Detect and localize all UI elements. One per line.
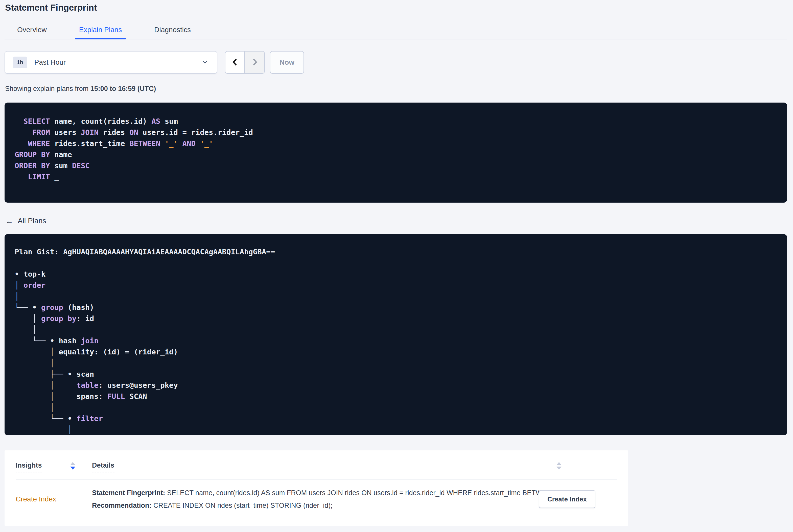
time-pager [225, 51, 265, 74]
code-line: └── • hash join [15, 335, 777, 346]
code-line: └── • group (hash) [15, 302, 777, 313]
create-index-button[interactable]: Create Index [539, 490, 596, 508]
code-line: └── • filter [15, 413, 777, 424]
code-line: │ order [15, 280, 777, 291]
code-line: ORDER BY sum DESC [15, 160, 777, 171]
column-header-insights: Insights [16, 461, 75, 472]
insight-type-label: Create Index [16, 495, 56, 503]
time-controls: 1h Past Hour Now [4, 51, 793, 74]
recommendation-text: CREATE INDEX ON rides (start_time) STORI… [152, 502, 333, 509]
time-range-dropdown[interactable]: 1h Past Hour [4, 51, 217, 74]
insight-type-cell: Create Index [16, 479, 75, 519]
code-line: SELECT name, count(rides.id) AS sum [15, 116, 777, 127]
statement-fingerprint-line: Statement Fingerprint: SELECT name, coun… [92, 489, 562, 497]
all-plans-label: All Plans [18, 217, 46, 225]
time-range-caption: Showing explain plans from 15:00 to 16:5… [5, 85, 793, 93]
page-title: Statement Fingerprint [0, 0, 793, 13]
code-line: Plan Gist: AgHUAQIABQAAAAHYAQIAiAEAAAADC… [15, 246, 777, 258]
prev-time-button[interactable] [225, 52, 245, 73]
recommendation-line: Recommendation: CREATE INDEX ON rides (s… [92, 501, 562, 510]
code-line: WHERE rides.start_time BETWEEN '_' AND '… [15, 138, 777, 149]
code-line: ├── • scan [15, 368, 777, 380]
code-line [15, 258, 777, 268]
tab-diagnostics-label: Diagnostics [154, 26, 191, 34]
statement-fingerprint-page: Statement Fingerprint Overview Explain P… [0, 0, 793, 532]
code-line: │ [15, 291, 777, 302]
tab-overview-label: Overview [17, 26, 47, 34]
code-line: GROUP BY name [15, 149, 777, 160]
code-line: │ [15, 324, 777, 335]
time-range-badge: 1h [13, 57, 27, 68]
statement-fingerprint-text: SELECT name, count(rides.id) AS sum FROM… [165, 489, 562, 497]
column-header-details: Details [92, 461, 562, 472]
sort-icon-insights[interactable] [70, 462, 75, 470]
recommendation-label: Recommendation: [92, 502, 152, 509]
active-tab-underline [75, 38, 126, 39]
code-line: │ [15, 402, 777, 413]
insights-table: Insights Details Create Index Statement … [4, 451, 628, 526]
chevron-down-icon [201, 58, 209, 67]
insights-table-header: Insights Details [16, 451, 617, 472]
chevron-right-icon [250, 57, 260, 68]
code-line: │ equality: (id) = (rider_id) [15, 346, 777, 358]
code-line: │ [15, 424, 777, 435]
statement-fingerprint-label: Statement Fingerprint: [92, 489, 165, 497]
code-line: LIMIT _ [15, 171, 777, 183]
tab-explain-plans[interactable]: Explain Plans [75, 22, 126, 39]
plan-gist-block: Plan Gist: AgHUAQIABQAAAAHYAQIAiAEAAAADC… [4, 234, 787, 435]
all-plans-link[interactable]: ← All Plans [5, 217, 46, 225]
now-button[interactable]: Now [270, 51, 304, 74]
tab-bar: Overview Explain Plans Diagnostics [4, 22, 787, 39]
next-time-button[interactable] [245, 52, 264, 73]
tab-overview[interactable]: Overview [13, 22, 51, 39]
chevron-left-icon [230, 57, 240, 68]
sort-icon-details[interactable] [556, 462, 562, 470]
tab-diagnostics[interactable]: Diagnostics [150, 22, 195, 39]
code-line: FROM users JOIN rides ON users.id = ride… [15, 127, 777, 138]
sql-statement-block: SELECT name, count(rides.id) AS sum FROM… [4, 102, 787, 203]
code-line: │ table: users@users_pkey [15, 380, 777, 391]
code-line: │ spans: FULL SCAN [15, 391, 777, 402]
tab-explain-plans-label: Explain Plans [79, 26, 122, 34]
code-line: │ [15, 358, 777, 368]
arrow-left-icon: ← [5, 217, 13, 225]
code-line: • top-k [15, 268, 777, 280]
caption-range: 15:00 to 16:59 (UTC) [91, 85, 156, 93]
time-range-label: Past Hour [34, 58, 201, 66]
caption-prefix: Showing explain plans from [5, 85, 91, 93]
insights-header-label[interactable]: Insights [16, 461, 42, 472]
insight-details-cell: Statement Fingerprint: SELECT name, coun… [92, 479, 562, 519]
table-row: Create Index Statement Fingerprint: SELE… [16, 479, 617, 519]
details-header-label[interactable]: Details [92, 461, 114, 472]
code-line: │ group by: id [15, 313, 777, 324]
